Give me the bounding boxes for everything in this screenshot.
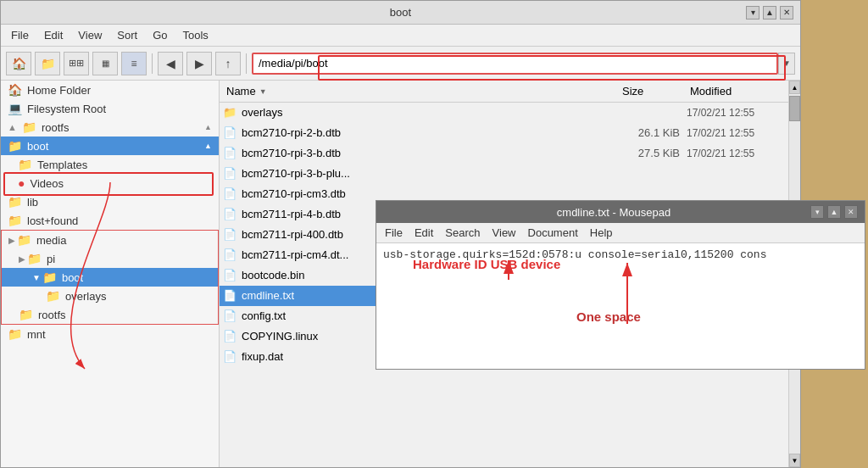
file-modified: 17/02/21 12:55 — [687, 127, 788, 139]
sidebar-boot-label: boot — [27, 140, 48, 153]
mousepad-menu-edit[interactable]: Edit — [409, 225, 438, 241]
menu-tools[interactable]: Tools — [176, 27, 215, 43]
file-icon: 📄 — [223, 289, 236, 302]
menu-sort[interactable]: Sort — [110, 27, 144, 43]
home-button[interactable]: 🏠 — [6, 52, 31, 75]
scroll-down-btn[interactable]: ▼ — [789, 454, 800, 467]
menu-bar: File Edit View Sort Go Tools — [1, 25, 800, 47]
icon-view-button[interactable]: ▦ — [92, 52, 118, 75]
forward-button[interactable]: ▶ — [186, 52, 212, 75]
sidebar-item-home[interactable]: 🏠 Home Folder — [1, 81, 219, 99]
file-name: bcm2710-rpi-2-b.dtb — [242, 126, 619, 139]
file-row[interactable]: 📄 bcm2710-rpi-3-b-plu... — [220, 164, 788, 184]
sidebar-pi-label: pi — [47, 253, 55, 265]
new-folder-button[interactable]: 📁 — [35, 52, 60, 75]
mousepad-minimize[interactable]: ▾ — [810, 205, 824, 219]
col-modified-label: Modified — [690, 85, 732, 98]
file-name: bcm2710-rpi-cm3.dtb — [242, 187, 619, 200]
file-icon: 📄 — [223, 248, 236, 261]
sidebar-item-rootfs-top[interactable]: ▲ 📁 rootfs ▲ — [1, 118, 219, 136]
detail-view-button[interactable]: ≡ — [121, 52, 147, 75]
rootfs-media-icon: 📁 — [19, 308, 33, 321]
col-name-header[interactable]: Name ▼ — [223, 85, 619, 98]
sidebar-item-lib[interactable]: 📁 lib — [1, 192, 219, 211]
sidebar-item-filesystem[interactable]: 💻 Filesystem Root — [1, 99, 219, 118]
minimize-button[interactable]: ▾ — [746, 6, 760, 20]
menu-go[interactable]: Go — [146, 27, 174, 43]
list-view-button[interactable]: ⊞⊞ — [64, 52, 89, 75]
mousepad-menu-view[interactable]: View — [487, 225, 521, 241]
sidebar-boot-nested-label: boot — [62, 271, 83, 284]
mousepad-menu-document[interactable]: Document — [523, 225, 583, 241]
mousepad-menu-file[interactable]: File — [380, 225, 408, 241]
overlays-folder-icon: 📁 — [46, 289, 60, 303]
file-size: 27.5 KiB — [619, 147, 687, 159]
mousepad-menu-help[interactable]: Help — [585, 225, 618, 241]
sidebar-item-templates[interactable]: 📁 Templates — [1, 155, 219, 174]
sidebar-mnt-label: mnt — [27, 328, 46, 341]
back-button[interactable]: ◀ — [158, 52, 183, 75]
sidebar: 🏠 Home Folder 💻 Filesystem Root ▲ 📁 root… — [1, 81, 220, 467]
mousepad-menu-search[interactable]: Search — [440, 225, 485, 241]
menu-file[interactable]: File — [4, 27, 36, 43]
col-modified-header[interactable]: Modified — [687, 85, 788, 98]
sidebar-item-overlays[interactable]: 📁 overlays — [1, 287, 219, 305]
toolbar-separator — [152, 53, 153, 74]
file-icon: 📄 — [223, 208, 236, 220]
file-icon: 📄 — [223, 126, 236, 139]
mousepad-text: usb-storage.quirks=152d:0578:u console=s… — [383, 248, 766, 261]
col-size-header[interactable]: Size — [619, 85, 687, 98]
filesystem-icon: 💻 — [8, 102, 22, 115]
file-icon: 📄 — [223, 147, 236, 159]
toolbar-separator2 — [246, 53, 247, 74]
file-icon: 📄 — [223, 228, 236, 241]
sidebar-item-mnt[interactable]: 📁 mnt — [1, 325, 219, 343]
col-name-label: Name — [226, 85, 256, 98]
sidebar-item-pi[interactable]: ▶ 📁 pi — [1, 249, 219, 268]
toolbar: 🏠 📁 ⊞⊞ ▦ ≡ ◀ ▶ ↑ ▼ — [1, 47, 800, 81]
file-icon: 📄 — [223, 187, 236, 200]
mnt-folder-icon: 📁 — [8, 327, 22, 341]
address-input[interactable] — [252, 53, 778, 75]
address-bar: ▼ — [252, 52, 795, 75]
sidebar-item-boot-nested[interactable]: ▼ 📁 boot — [1, 268, 219, 287]
mousepad-content: usb-storage.quirks=152d:0578:u console=s… — [376, 243, 865, 369]
file-manager-titlebar: boot ▾ ▲ ✕ — [1, 1, 800, 25]
menu-view[interactable]: View — [71, 27, 108, 43]
sidebar-home-label: Home Folder — [27, 84, 91, 97]
sidebar-overlays-label: overlays — [65, 290, 106, 303]
mousepad-titlebar-buttons: ▾ ▲ ✕ — [810, 205, 858, 219]
up-button[interactable]: ↑ — [215, 52, 241, 75]
sidebar-media-label: media — [36, 234, 66, 247]
rootfs-folder-icon: 📁 — [22, 120, 36, 134]
file-icon: 📁 — [223, 106, 236, 119]
sidebar-item-boot[interactable]: 📁 boot ▲ — [1, 136, 219, 155]
file-icon: 📄 — [223, 330, 236, 343]
home-folder-icon: 🏠 — [8, 83, 22, 97]
sidebar-item-lostfound[interactable]: 📁 lost+found — [1, 211, 219, 230]
sidebar-item-rootfs-media[interactable]: 📁 rootfs — [1, 305, 219, 325]
mousepad-menu: File Edit Search View Document Help — [376, 223, 865, 243]
file-icon: 📄 — [223, 269, 236, 281]
mousepad-maximize[interactable]: ▲ — [827, 205, 841, 219]
sidebar-videos-label: Videos — [30, 177, 64, 190]
file-row[interactable]: 📄 bcm2710-rpi-2-b.dtb 26.1 KiB 17/02/21 … — [220, 123, 788, 143]
maximize-button[interactable]: ▲ — [763, 6, 776, 20]
address-dropdown[interactable]: ▼ — [778, 53, 795, 75]
file-row[interactable]: 📄 bcm2710-rpi-3-b.dtb 27.5 KiB 17/02/21 … — [220, 143, 788, 164]
scroll-up-btn[interactable]: ▲ — [789, 81, 800, 94]
file-size: 26.1 KiB — [619, 126, 687, 139]
file-name: bcm2710-rpi-3-b.dtb — [242, 147, 619, 159]
col-size-label: Size — [622, 85, 643, 98]
file-name: overlays — [242, 106, 619, 119]
sidebar-item-media[interactable]: ▶ 📁 media — [1, 230, 219, 249]
menu-edit[interactable]: Edit — [37, 27, 70, 43]
close-button[interactable]: ✕ — [780, 6, 793, 20]
file-icon: 📄 — [223, 350, 236, 363]
scroll-thumb[interactable] — [789, 96, 800, 121]
sidebar-lib-label: lib — [27, 196, 38, 209]
mousepad-close[interactable]: ✕ — [844, 205, 858, 219]
rootfs-top-icon: ▲ — [8, 122, 17, 132]
file-row[interactable]: 📁 overlays 17/02/21 12:55 — [220, 103, 788, 123]
sidebar-item-videos[interactable]: ● Videos — [1, 174, 219, 192]
